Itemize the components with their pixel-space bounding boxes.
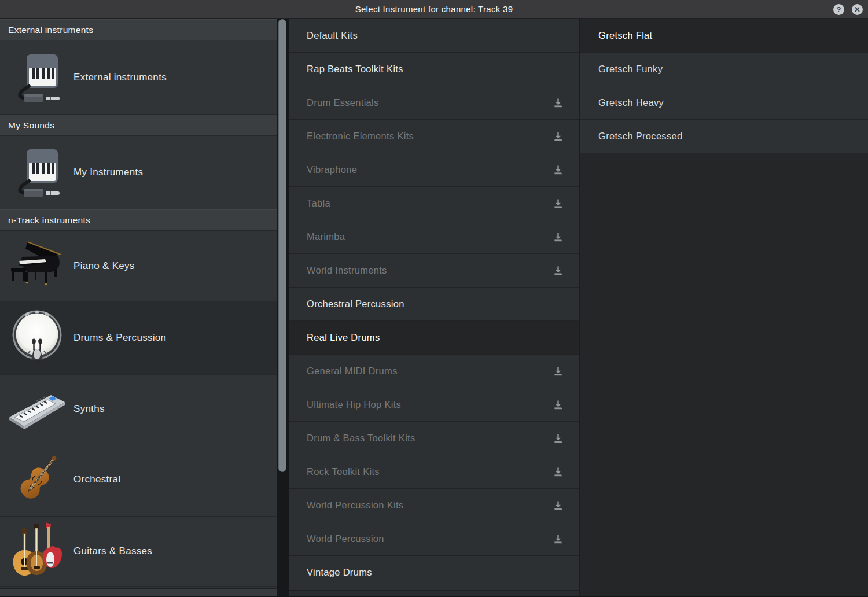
download-icon[interactable]: [552, 231, 564, 243]
kit-list-item[interactable]: Electronic Elements Kits: [289, 120, 579, 153]
kit-list-item-label: Drum & Bass Toolkit Kits: [307, 433, 415, 444]
sidebar-item-label: External instruments: [73, 72, 167, 83]
kit-list-item-partial: [289, 590, 579, 596]
kit-list-item[interactable]: Drum & Bass Toolkit Kits: [289, 422, 579, 455]
preset-list-item-label: Gretsch Flat: [598, 30, 652, 41]
download-icon[interactable]: [552, 533, 564, 545]
sidebar-item-guitars-basses[interactable]: Guitars & Basses: [0, 517, 277, 587]
kit-list-item-label: Ultimate Hip Hop Kits: [307, 399, 401, 410]
close-icon[interactable]: ✕: [852, 4, 863, 15]
preset-list-item-label: Gretsch Heavy: [598, 97, 664, 108]
sidebar-item-label: My Instruments: [73, 167, 143, 178]
grand-piano-icon: [0, 239, 73, 293]
guitars-icon: [0, 521, 73, 581]
kit-list-item[interactable]: Default Kits: [289, 19, 579, 53]
preset-list-item[interactable]: Gretsch Flat: [580, 19, 868, 53]
violin-icon: [0, 451, 73, 508]
kit-list-item-label: General MIDI Drums: [307, 366, 398, 377]
download-icon[interactable]: [552, 466, 564, 478]
kit-list-item-label: Tabla: [307, 198, 330, 209]
download-icon[interactable]: [552, 197, 564, 209]
kit-list-item-label: World Percussion Kits: [307, 500, 403, 511]
sidebar-scrollbar[interactable]: [277, 19, 289, 596]
sidebar-item-label: Drums & Percussion: [73, 332, 166, 344]
kit-list-item-label: Rock Toolkit Kits: [307, 466, 380, 477]
download-icon[interactable]: [552, 130, 564, 142]
preset-list-item[interactable]: Gretsch Funky: [580, 53, 868, 86]
instrument-category-sidebar: External instruments: [0, 19, 277, 596]
sidebar-item-label: Synths: [73, 403, 105, 415]
kit-list-item-label: Vibraphone: [307, 164, 357, 175]
preset-list-item-label: Gretsch Processed: [598, 131, 682, 142]
sidebar-section-header-partial: [0, 588, 277, 596]
bass-drum-icon: [0, 308, 73, 367]
download-icon[interactable]: [552, 432, 564, 444]
dialog-content: External instruments: [0, 19, 868, 596]
kit-list-item[interactable]: Orchestral Percussion: [289, 288, 579, 321]
preset-list-item[interactable]: Gretsch Processed: [580, 120, 868, 153]
download-icon[interactable]: [552, 264, 564, 277]
kit-list-item-label: Vintage Drums: [307, 567, 372, 578]
kit-list-item-label: Real Live Drums: [307, 332, 380, 343]
synth-keyboard-icon: [0, 387, 73, 431]
kit-list-item-label: Default Kits: [307, 30, 358, 41]
kit-list-item-label: World Instruments: [307, 265, 387, 276]
download-icon[interactable]: [552, 399, 564, 411]
kit-list-item-label: Marimba: [307, 231, 345, 242]
sidebar-item-label: Guitars & Basses: [73, 546, 152, 557]
kit-list-item[interactable]: Rap Beats Toolkit Kits: [289, 53, 579, 86]
select-instrument-dialog: Select Instrument for channel: Track 39 …: [0, 0, 868, 597]
preset-list-item[interactable]: Gretsch Heavy: [580, 86, 868, 120]
kit-list-item-label: Drum Essentials: [307, 97, 379, 108]
dialog-title: Select Instrument for channel: Track 39: [355, 4, 513, 14]
sidebar-item-orchestral[interactable]: Orchestral: [0, 443, 277, 517]
kit-preset-list: Gretsch Flat Gretsch Funky Gretsch Heavy…: [579, 19, 868, 596]
sidebar-item-piano-keys[interactable]: Piano & Keys: [0, 231, 277, 301]
download-icon[interactable]: [552, 97, 564, 109]
kit-list-item[interactable]: Drum Essentials: [289, 86, 579, 120]
midi-keyboard-jack-icon: [0, 53, 73, 102]
preset-list-item-label: Gretsch Funky: [598, 64, 663, 75]
midi-keyboard-jack-icon: [0, 148, 73, 197]
kit-list-item[interactable]: World Percussion: [289, 522, 579, 556]
sidebar-item-external-instruments[interactable]: External instruments: [0, 40, 277, 115]
dialog-titlebar: Select Instrument for channel: Track 39 …: [0, 0, 868, 19]
download-icon[interactable]: [552, 365, 564, 377]
kit-list-item-label: Orchestral Percussion: [307, 298, 404, 309]
sidebar-item-my-instruments[interactable]: My Instruments: [0, 136, 277, 209]
download-icon[interactable]: [552, 499, 564, 511]
kit-list-item[interactable]: Marimba: [289, 220, 579, 254]
section-header-my-sounds: My Sounds: [0, 115, 277, 136]
sidebar-item-label: Piano & Keys: [73, 260, 135, 272]
download-icon[interactable]: [552, 164, 564, 176]
sidebar-scrollbar-thumb[interactable]: [278, 19, 286, 472]
kit-list-item[interactable]: Ultimate Hip Hop Kits: [289, 388, 579, 422]
kit-list-item-label: World Percussion: [307, 533, 384, 544]
help-icon[interactable]: ?: [833, 4, 844, 15]
section-header-ntrack-instruments: n-Track instruments: [0, 209, 277, 231]
kit-category-list: Default Kits Rap Beats Toolkit Kits Drum…: [289, 19, 579, 596]
kit-list-item[interactable]: General MIDI Drums: [289, 355, 579, 388]
kit-list-item[interactable]: Vibraphone: [289, 153, 579, 187]
section-header-external-instruments: External instruments: [0, 19, 277, 40]
sidebar-item-drums-percussion[interactable]: Drums & Percussion: [0, 301, 277, 375]
sidebar-item-label: Orchestral: [73, 474, 120, 485]
kit-list-item-label: Rap Beats Toolkit Kits: [307, 64, 403, 75]
kit-list-item[interactable]: Real Live Drums: [289, 321, 579, 355]
kit-list-item-label: Electronic Elements Kits: [307, 131, 414, 142]
titlebar-buttons: ? ✕: [833, 0, 863, 19]
kit-list-item[interactable]: World Instruments: [289, 254, 579, 288]
kit-list-item[interactable]: World Percussion Kits: [289, 489, 579, 522]
sidebar-item-synths[interactable]: Synths: [0, 375, 277, 443]
kit-list-item[interactable]: Vintage Drums: [289, 556, 579, 589]
kit-list-item[interactable]: Tabla: [289, 187, 579, 220]
kit-list-item[interactable]: Rock Toolkit Kits: [289, 455, 579, 489]
